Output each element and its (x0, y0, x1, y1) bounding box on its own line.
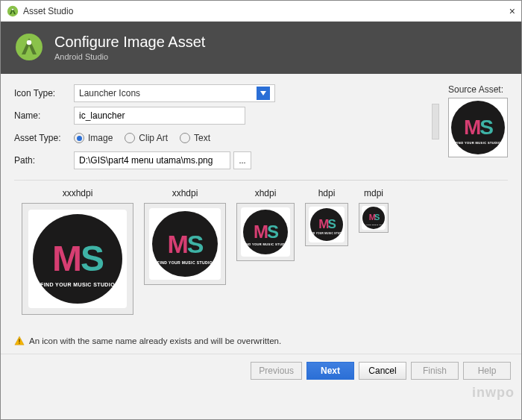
preview-box: MSFIND YOUR MUSIC STUDIO (22, 203, 133, 315)
path-label: Path: (14, 155, 74, 166)
logo-tag: FIND YOUR MUSIC STUDIO (456, 141, 501, 145)
dialog-footer: Previous Next Cancel Finish Help (1, 354, 521, 387)
preview-label: xhdpi (236, 188, 295, 198)
radio-label: Image (88, 133, 113, 143)
titlebar: Asset Studio × (1, 1, 521, 22)
preview-box: MSFIND YOUR MUSIC STUDIO (359, 203, 389, 233)
radio-icon (74, 133, 84, 143)
svg-point-0 (7, 5, 18, 16)
close-icon[interactable]: × (509, 5, 515, 17)
warning-row: An icon with the same name already exist… (1, 336, 521, 346)
warning-text: An icon with the same name already exist… (29, 336, 281, 345)
help-button: Help (463, 362, 511, 380)
preview-xxhdpi: xxhdpiMSFIND YOUR MUSIC STUDIO (144, 188, 226, 285)
finish-button: Finish (411, 362, 459, 380)
next-button[interactable]: Next (306, 362, 354, 380)
svg-point-2 (16, 34, 43, 60)
radio-icon (180, 133, 190, 143)
preview-label: hdpi (305, 188, 348, 198)
svg-rect-5 (19, 343, 19, 344)
radio-label: Clip Art (139, 133, 168, 143)
window-title: Asset Studio (23, 6, 73, 16)
preview-box: MSFIND YOUR MUSIC STUDIO (236, 203, 295, 261)
android-studio-icon (7, 5, 19, 17)
preview-label: xxhdpi (144, 188, 226, 198)
density-previews: xxxhdpiMSFIND YOUR MUSIC STUDIOxxhdpiMSF… (1, 181, 521, 315)
radio-icon (125, 133, 135, 143)
preview-hdpi: hdpiMSFIND YOUR MUSIC STUDIO (305, 188, 348, 246)
name-input[interactable] (74, 107, 245, 125)
radio-label: Text (194, 133, 210, 143)
dialog-subtitle: Android Studio (54, 52, 205, 61)
asset-type-label: Asset Type: (14, 133, 74, 143)
preview-box: MSFIND YOUR MUSIC STUDIO (144, 203, 226, 285)
svg-rect-4 (19, 339, 19, 342)
asset-type-radio-text[interactable]: Text (180, 133, 210, 143)
asset-type-group: ImageClip ArtText (74, 133, 210, 143)
source-asset-preview: MS FIND YOUR MUSIC STUDIO (448, 98, 508, 157)
preview-label: xxxhdpi (22, 188, 133, 198)
name-label: Name: (14, 110, 74, 121)
preview-xhdpi: xhdpiMSFIND YOUR MUSIC STUDIO (236, 188, 295, 261)
previous-button: Previous (251, 362, 302, 380)
form-scrollbar[interactable] (432, 104, 439, 140)
icon-type-select[interactable]: Launcher Icons (74, 84, 275, 102)
dialog-header: Configure Image Asset Android Studio (1, 22, 521, 74)
preview-xxxhdpi: xxxhdpiMSFIND YOUR MUSIC STUDIO (22, 188, 133, 315)
android-studio-logo-icon (14, 32, 44, 62)
preview-label: mdpi (359, 188, 389, 198)
source-asset-label: Source Asset: (448, 84, 508, 95)
path-input[interactable] (74, 151, 230, 169)
warning-icon (14, 336, 25, 346)
browse-button[interactable]: ... (233, 151, 251, 169)
dropdown-arrow-icon (257, 87, 270, 100)
icon-type-label: Icon Type: (14, 88, 74, 98)
asset-type-radio-clip-art[interactable]: Clip Art (125, 133, 168, 143)
preview-box: MSFIND YOUR MUSIC STUDIO (305, 203, 348, 246)
svg-point-1 (12, 8, 13, 10)
cancel-button[interactable]: Cancel (359, 362, 406, 380)
icon-type-value: Launcher Icons (79, 88, 140, 98)
dialog-title: Configure Image Asset (54, 34, 205, 51)
preview-mdpi: mdpiMSFIND YOUR MUSIC STUDIO (359, 188, 389, 233)
asset-type-radio-image[interactable]: Image (74, 133, 113, 143)
watermark: inwpo (472, 385, 515, 401)
svg-point-3 (27, 40, 31, 45)
